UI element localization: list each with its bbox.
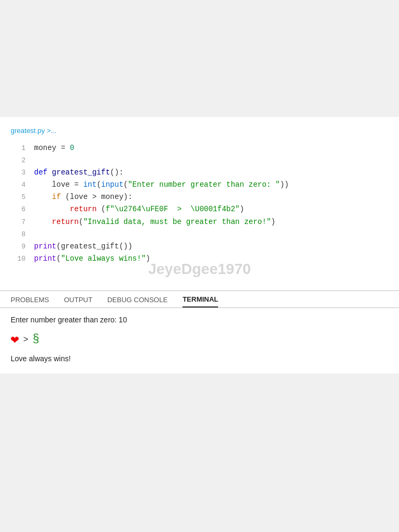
code-content: money = 0	[34, 142, 74, 154]
tab-problems[interactable]: PROBLEMS	[11, 296, 49, 307]
line-number: 8	[11, 229, 26, 240]
code-content: return (f"\u2764\uFE0F > \U0001f4b2")	[34, 203, 244, 215]
line-number: 3	[11, 167, 26, 178]
code-content: if (love > money):	[34, 191, 132, 203]
code-line-3: 3 def greatest_gift():	[11, 167, 388, 179]
code-line-10: 10 print("Love always wins!")	[11, 253, 388, 265]
line-number: 6	[11, 204, 26, 215]
top-gray-area	[0, 0, 399, 117]
editor-bottom-space	[0, 275, 399, 290]
tab-debug-console[interactable]: DEBUG CONSOLE	[107, 296, 168, 307]
heart-emoji: ❤️	[11, 331, 19, 348]
wins-output-line: Love always wins!	[11, 354, 388, 363]
code-content: love = int(input("Enter number greater t…	[34, 179, 289, 191]
code-line-8: 8	[11, 228, 388, 240]
tab-output[interactable]: OUTPUT	[64, 296, 92, 307]
line-number: 10	[11, 253, 26, 264]
panel-tabs: PROBLEMS OUTPUT DEBUG CONSOLE TERMINAL	[0, 291, 399, 307]
bottom-gray-area	[0, 373, 399, 469]
code-content	[34, 228, 38, 240]
line-number: 7	[11, 217, 26, 228]
code-block: 1 money = 0 2 3 def greatest_gift(): 4 l…	[11, 142, 388, 265]
code-line-6: 6 return (f"\u2764\uFE0F > \U0001f4b2")	[11, 203, 388, 215]
code-content	[34, 154, 38, 167]
terminal-input-line: Enter number greater than zero: 10	[11, 314, 388, 326]
line-number: 2	[11, 155, 26, 166]
code-editor: greatest.py >... 1 money = 0 2 3 def gre…	[0, 117, 399, 275]
emoji-output-line: ❤️ > §	[11, 331, 388, 348]
terminal-area: Enter number greater than zero: 10 ❤️ > …	[0, 308, 399, 373]
line-number: 9	[11, 241, 26, 252]
code-line-5: 5 if (love > money):	[11, 191, 388, 203]
code-line-9: 9 print(greatest_gift())	[11, 240, 388, 253]
code-line-2: 2	[11, 154, 388, 167]
dollar-emoji: §	[32, 332, 39, 346]
line-number: 4	[11, 179, 26, 190]
line-number: 5	[11, 192, 26, 203]
code-line-7: 7 return("Invalid data, must be greater …	[11, 216, 388, 228]
code-line-4: 4 love = int(input("Enter number greater…	[11, 179, 388, 191]
code-content: return("Invalid data, must be greater th…	[34, 216, 276, 228]
code-content: print("Love always wins!")	[34, 253, 150, 265]
file-tab[interactable]: greatest.py >...	[11, 127, 388, 135]
tab-terminal[interactable]: TERMINAL	[182, 295, 218, 307]
code-content: print(greatest_gift())	[34, 240, 132, 253]
line-number: 1	[11, 143, 26, 154]
gt-symbol: >	[23, 335, 28, 344]
code-line-1: 1 money = 0	[11, 142, 388, 154]
code-content: def greatest_gift():	[34, 167, 123, 179]
